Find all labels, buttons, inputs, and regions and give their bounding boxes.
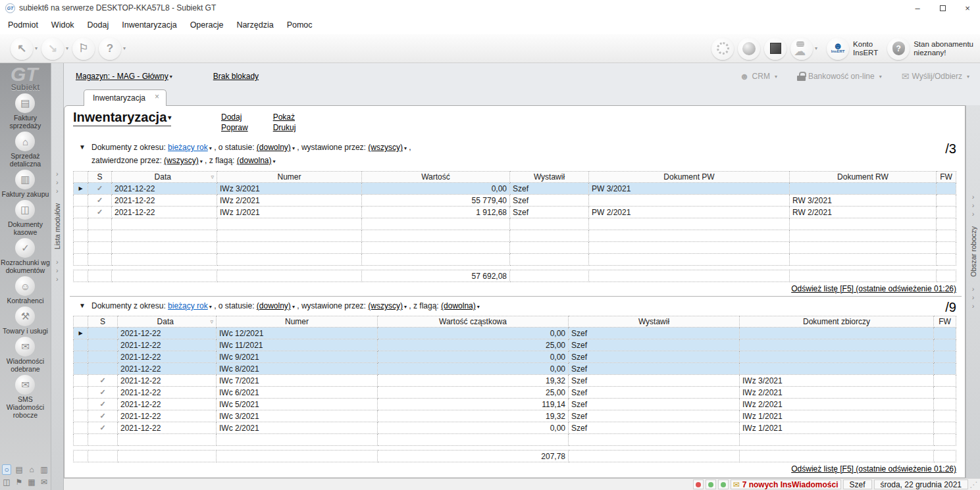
row-cell[interactable]: IWz 2/2021	[740, 387, 934, 399]
table-row[interactable]: ✓2021-12-22IWc 3/202119,32SzefIWz 1/2021	[74, 410, 956, 422]
row-cell[interactable]	[937, 183, 956, 195]
row-cell[interactable]	[589, 195, 790, 207]
row-cell[interactable]	[740, 351, 934, 363]
sidebar-item-sms-wiadomosci[interactable]: ✉SMS Wiadomości robocze	[0, 375, 51, 419]
magazyn-selector[interactable]: Magazyn: - MAG - Główny	[76, 72, 168, 81]
tab-inwentaryzacja[interactable]: Inwentaryzacja ×	[84, 89, 167, 106]
row-cell[interactable]: Szef	[569, 399, 740, 410]
row-cell[interactable]: IWc 9/2021	[217, 351, 378, 363]
banking-online-button[interactable]: Bankowość on-line▾	[797, 72, 882, 81]
row-cell[interactable]: Szef	[510, 183, 589, 195]
row-cell[interactable]: 2021-12-22	[118, 375, 217, 387]
filter-issued-by[interactable]: (wszyscy)	[368, 143, 403, 152]
page-title-menu[interactable]: Inwentaryzacja▾	[73, 110, 171, 126]
row-pointer-cell[interactable]	[74, 207, 88, 218]
row-cell[interactable]: Szef	[510, 195, 589, 207]
resize-grip[interactable]: ⋰	[968, 480, 979, 489]
column-header-s[interactable]: S	[88, 316, 118, 328]
column-header-numer[interactable]: Numer	[217, 172, 362, 183]
row-check-cell[interactable]	[88, 351, 118, 363]
row-pointer-cell[interactable]	[74, 410, 88, 422]
row-cell[interactable]	[934, 410, 956, 422]
table-row[interactable]: 2021-12-22IWc 8/20210,00Szef	[74, 363, 956, 375]
row-check-cell[interactable]: ✓	[88, 410, 118, 422]
row-cell[interactable]: 2021-12-22	[112, 207, 217, 218]
row-cell[interactable]: IWz 3/2021	[740, 375, 934, 387]
sidebar-item-faktury-sprzedazy[interactable]: ▤Faktury sprzedaży	[0, 93, 51, 130]
row-cell[interactable]: IWc 12/2021	[217, 328, 378, 339]
row-pointer-cell[interactable]	[74, 399, 88, 410]
filter-status[interactable]: (dowolny)	[257, 143, 291, 152]
panel-splitter[interactable]	[70, 296, 962, 297]
back-button[interactable]: ↖	[11, 37, 33, 60]
column-header-fw[interactable]: FW	[937, 172, 956, 183]
row-cell[interactable]: 2021-12-22	[112, 195, 217, 207]
row-cell[interactable]: 2021-12-22	[118, 363, 217, 375]
row-cell[interactable]: IWc 5/2021	[217, 399, 378, 410]
row-cell[interactable]: 0,00	[378, 328, 569, 339]
menu-widok[interactable]: Widok	[45, 17, 81, 33]
row-cell[interactable]: RW 3/2021	[790, 195, 937, 207]
column-header-dokument-pw[interactable]: Dokument PW	[589, 172, 790, 183]
minimize-button[interactable]: –	[905, 0, 930, 16]
spinner-button[interactable]	[711, 37, 734, 60]
row-cell[interactable]: IWz 2/2021	[217, 195, 362, 207]
row-pointer-cell[interactable]	[74, 422, 88, 434]
mini-module-icon[interactable]: ▦	[27, 477, 36, 487]
column-header-wartosc-czastkowa[interactable]: Wartość cząstkowa	[378, 316, 569, 328]
mini-module-icon[interactable]: ⌂	[27, 464, 36, 475]
menu-podmiot[interactable]: Podmiot	[1, 17, 45, 33]
row-cell[interactable]	[740, 339, 934, 351]
filter-period[interactable]: bieżący rok	[168, 301, 208, 310]
sidebar-item-sprzedaz-detaliczna[interactable]: ⌂Sprzedaż detaliczna	[0, 132, 51, 168]
close-icon[interactable]: ×	[155, 93, 159, 100]
row-cell[interactable]: Szef	[569, 375, 740, 387]
row-cell[interactable]: IWc 3/2021	[217, 410, 378, 422]
mini-module-icon[interactable]: ▥	[39, 464, 49, 475]
row-check-cell[interactable]: ✓	[88, 422, 118, 434]
row-cell[interactable]: RW 2/2021	[790, 207, 937, 218]
chevron-down-icon[interactable]: ▾	[35, 45, 38, 51]
column-header-wystawil[interactable]: Wystawił	[569, 316, 740, 328]
row-cell[interactable]	[934, 351, 956, 363]
blokada-link[interactable]: Brak blokady	[213, 72, 259, 81]
row-cell[interactable]: IWc 7/2021	[217, 375, 378, 387]
row-cell[interactable]: 0,00	[378, 363, 569, 375]
menu-narzedzia[interactable]: Narzędzia	[230, 17, 280, 33]
row-cell[interactable]: 25,00	[378, 387, 569, 399]
table-row[interactable]: ✓2021-12-22IWc 6/202125,00SzefIWz 2/2021	[74, 387, 956, 399]
sidebar-item-wiadomosci-odebrane[interactable]: ✉Wiadomości odebrane	[0, 337, 51, 373]
row-cell[interactable]: 25,00	[378, 339, 569, 351]
table-row[interactable]: ✓2021-12-22IWz 2/202155 779,40SzefRW 3/2…	[74, 195, 956, 207]
row-pointer-cell[interactable]	[74, 375, 88, 387]
chevron-down-icon[interactable]: ▾	[66, 45, 68, 51]
row-cell[interactable]: IWz 1/2021	[740, 410, 934, 422]
workspace-strip[interactable]: ››› Obszar roboczy ›››	[966, 105, 980, 478]
row-cell[interactable]	[934, 375, 956, 387]
collapse-icon[interactable]: ▼	[73, 300, 91, 313]
globe-button[interactable]	[738, 37, 760, 60]
filter-status[interactable]: (dowolny)	[257, 301, 291, 310]
sidebar-item-faktury-zakupu[interactable]: ▥Faktury zakupu	[0, 170, 51, 198]
row-pointer-cell[interactable]	[74, 387, 88, 399]
row-check-cell[interactable]: ✓	[88, 195, 112, 207]
row-cell[interactable]: 2021-12-22	[118, 339, 217, 351]
help-button[interactable]: ?	[99, 37, 121, 60]
row-cell[interactable]: 19,32	[378, 410, 569, 422]
column-header-data[interactable]: ▿Data	[118, 316, 217, 328]
sidebar-item-rozrachunki[interactable]: ✓Rozrachunki wg dokumentów	[0, 238, 51, 274]
row-cell[interactable]: IWc 8/2021	[217, 363, 378, 375]
cube-button[interactable]	[764, 37, 787, 60]
row-cell[interactable]: 19,32	[378, 375, 569, 387]
row-cell[interactable]: 2021-12-22	[118, 387, 217, 399]
row-cell[interactable]: Szef	[569, 410, 740, 422]
row-pointer-cell[interactable]	[74, 195, 88, 207]
column-header-s[interactable]: S	[88, 172, 112, 183]
row-check-cell[interactable]: ✓	[88, 183, 112, 195]
menu-pomoc[interactable]: Pomoc	[280, 17, 319, 33]
row-cell[interactable]	[934, 363, 956, 375]
column-header-numer[interactable]: Numer	[217, 316, 378, 328]
action-popraw[interactable]: Popraw	[221, 122, 248, 133]
close-button[interactable]: ×	[955, 0, 980, 16]
row-check-cell[interactable]: ✓	[88, 387, 118, 399]
